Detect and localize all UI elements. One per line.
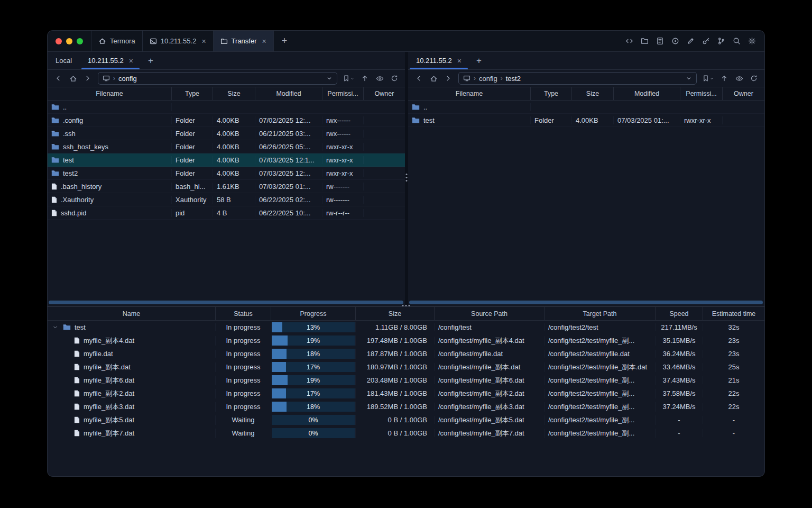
breadcrumb-segment-config[interactable]: config (118, 75, 137, 83)
column-header-target-path[interactable]: Target Path (545, 307, 656, 320)
status-text: Waiting (232, 429, 255, 437)
column-header-speed[interactable]: Speed (656, 307, 703, 320)
file-row-sshd-pid[interactable]: sshd.pidpid4 B06/22/2025 10:...rw-r--r-- (48, 206, 405, 220)
close-window-button[interactable] (56, 38, 62, 44)
forward-button[interactable] (83, 74, 93, 83)
file-row-bash-history[interactable]: .bash_historybash_hi...1.61KB07/03/2025 … (48, 180, 405, 193)
close-tab-icon[interactable]: × (129, 57, 133, 65)
transfer-table-header: NameStatusProgressSizeSource PathTarget … (48, 307, 764, 321)
parent-directory-button[interactable] (360, 74, 370, 83)
show-hidden-button[interactable] (375, 74, 384, 83)
file-row-ssh[interactable]: .sshFolder4.00KB06/21/2025 03:...rwx----… (48, 127, 405, 140)
collapse-icon[interactable] (51, 324, 59, 330)
home-button[interactable] (429, 74, 438, 83)
refresh-button[interactable] (749, 74, 759, 83)
back-button[interactable] (414, 74, 423, 83)
column-header-filename[interactable]: Filename (48, 87, 172, 100)
column-header-owner[interactable]: Owner (723, 87, 764, 100)
column-header-modified[interactable]: Modified (255, 87, 322, 100)
pane-tab-10-211-55-2[interactable]: 10.211.55.2× (408, 52, 469, 69)
transfer-row-myfile-6-dat[interactable]: myfile_副本6.datIn progress19%203.48MB / 1… (48, 374, 764, 387)
transfer-splitter[interactable] (48, 306, 764, 307)
chevron-down-icon[interactable] (326, 75, 333, 81)
progress-cell: 18% (271, 402, 356, 412)
path-breadcrumb[interactable]: ›config›test2 (458, 72, 697, 85)
close-tab-icon[interactable]: × (457, 57, 462, 65)
permissions-cell: rwx------ (322, 130, 364, 138)
source-path-cell-text: /config/test (438, 323, 472, 331)
file-row-parent[interactable]: .. (408, 101, 764, 114)
pencil-icon[interactable] (686, 37, 695, 46)
column-header-size[interactable]: Size (213, 87, 255, 100)
column-header-estimated-time[interactable]: Estimated time (703, 307, 764, 320)
app-tab-transfer[interactable]: Transfer× (214, 31, 274, 51)
column-header-modified[interactable]: Modified (614, 87, 680, 100)
transfer-row-myfile-7-dat[interactable]: myfile_副本7.datWaiting0%0 B / 1.00GB/conf… (48, 427, 764, 440)
column-header-owner[interactable]: Owner (364, 87, 405, 100)
file-row-test2[interactable]: test2Folder4.00KB07/03/2025 12:...rwxr-x… (48, 167, 405, 180)
size-cell-text: 203.48MB / 1.00GB (367, 376, 427, 384)
close-tab-icon[interactable]: × (262, 38, 266, 45)
pane-tab-10-211-55-2[interactable]: 10.211.55.2× (80, 52, 141, 69)
transfer-row-myfile-dat[interactable]: myfile.datIn progress18%187.87MB / 1.00G… (48, 347, 764, 360)
app-tab-termora[interactable]: Termora (91, 31, 143, 51)
file-row-xauthority[interactable]: .XauthorityXauthority58 B06/22/2025 02:.… (48, 193, 405, 206)
column-header-permissi[interactable]: Permissi... (680, 87, 723, 100)
permissions-cell: rwxr-xr-x (680, 116, 723, 124)
search-icon[interactable] (732, 37, 741, 46)
size-cell: 187.87MB / 1.00GB (356, 350, 435, 358)
transfer-row-myfile--dat[interactable]: myfile_副本.datIn progress17%180.97MB / 1.… (48, 360, 764, 374)
breadcrumb-segment-config[interactable]: config (479, 75, 497, 83)
maximize-window-button[interactable] (77, 38, 83, 44)
back-button[interactable] (53, 74, 63, 83)
file-row-test[interactable]: testFolder4.00KB07/03/2025 01:...rwxr-xr… (408, 114, 764, 127)
file-row-test[interactable]: testFolder4.00KB07/03/2025 12:1...rwxr-x… (48, 153, 405, 167)
bookmark-button[interactable] (343, 74, 355, 83)
home-button[interactable] (68, 74, 78, 83)
transfer-row-myfile-4-dat[interactable]: myfile_副本4.datIn progress19%197.48MB / 1… (48, 334, 764, 347)
transfer-row-myfile-3-dat[interactable]: myfile_副本3.datIn progress18%189.52MB / 1… (48, 400, 764, 413)
app-tab-10-211-55-2[interactable]: 10.211.55.2× (143, 31, 214, 51)
bookmark-button[interactable] (702, 74, 714, 83)
show-hidden-button[interactable] (734, 74, 744, 83)
file-row-parent[interactable]: .. (48, 101, 405, 114)
folder-icon[interactable] (640, 37, 649, 46)
transfer-row-test[interactable]: testIn progress13%1.11GB / 8.00GB/config… (48, 321, 764, 334)
column-header-size[interactable]: Size (572, 87, 614, 100)
column-header-filename[interactable]: Filename (408, 87, 531, 100)
refresh-button[interactable] (390, 74, 399, 83)
horizontal-scrollbar[interactable] (409, 301, 763, 304)
speed-cell-text: 35.15MB/s (662, 337, 695, 344)
record-icon[interactable] (671, 37, 679, 46)
forward-button[interactable] (444, 74, 453, 83)
column-header-type[interactable]: Type (172, 87, 213, 100)
column-header-source-path[interactable]: Source Path (435, 307, 545, 320)
new-pane-tab-button[interactable]: + (141, 52, 160, 69)
close-tab-icon[interactable]: × (201, 38, 206, 45)
parent-directory-button[interactable] (719, 74, 729, 83)
column-header-name[interactable]: Name (48, 307, 216, 320)
document-icon[interactable] (656, 37, 664, 46)
file-row-config[interactable]: .configFolder4.00KB07/02/2025 12:...rwx-… (48, 114, 405, 127)
column-header-status[interactable]: Status (216, 307, 271, 320)
column-header-type[interactable]: Type (531, 87, 572, 100)
chevron-down-icon[interactable] (686, 75, 692, 81)
column-header-permissi[interactable]: Permissi... (322, 87, 364, 100)
source-path-cell: /config/test/myfile_副本6.dat (435, 376, 545, 385)
horizontal-scrollbar[interactable] (49, 301, 403, 304)
column-header-progress[interactable]: Progress (271, 307, 356, 320)
key-icon[interactable] (702, 37, 710, 46)
path-breadcrumb[interactable]: ›config (98, 72, 337, 85)
column-header-size[interactable]: Size (356, 307, 435, 320)
transfer-row-myfile-2-dat[interactable]: myfile_副本2.datIn progress17%181.43MB / 1… (48, 387, 764, 400)
minimize-window-button[interactable] (66, 38, 72, 44)
pane-tab-local[interactable]: Local (48, 52, 80, 69)
code-icon[interactable] (625, 37, 633, 46)
transfer-row-myfile-5-dat[interactable]: myfile_副本5.datWaiting0%0 B / 1.00GB/conf… (48, 413, 764, 427)
file-row-ssh-host-keys[interactable]: ssh_host_keysFolder4.00KB06/26/2025 05:.… (48, 140, 405, 153)
settings-icon[interactable] (748, 37, 756, 46)
new-tab-button[interactable]: + (274, 31, 296, 51)
breadcrumb-segment-test2[interactable]: test2 (506, 75, 521, 83)
new-pane-tab-button[interactable]: + (469, 52, 488, 69)
branch-icon[interactable] (717, 37, 725, 46)
